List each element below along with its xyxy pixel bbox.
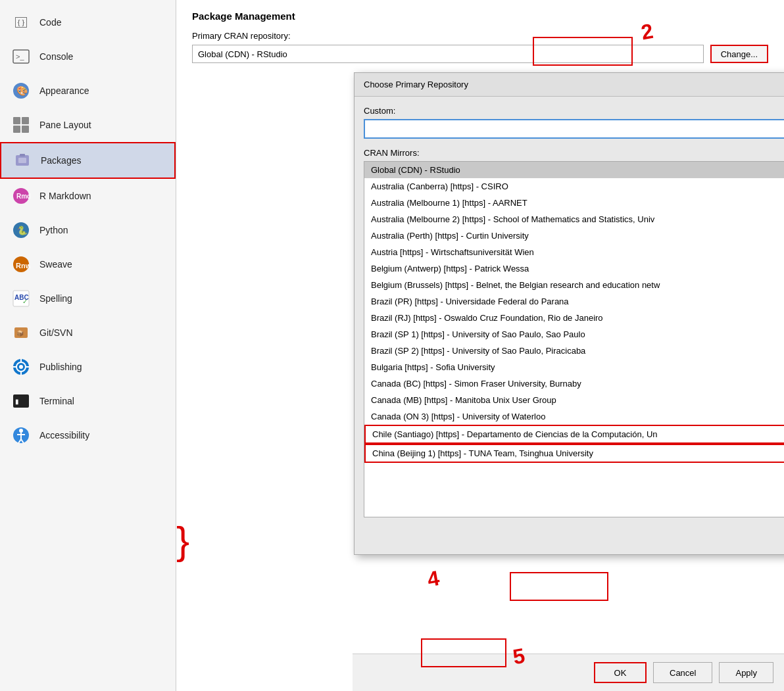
- repo-input-row: Change...: [192, 45, 768, 63]
- sidebar-item-publishing[interactable]: Publishing: [0, 350, 176, 384]
- svg-rect-5: [22, 117, 29, 124]
- svg-text:Rmd: Rmd: [16, 193, 30, 200]
- sidebar: { } Code >_ Console 🎨 Appearance: [0, 0, 176, 691]
- sidebar-item-label: Terminal: [39, 396, 74, 406]
- spelling-icon: ABC ✓: [11, 288, 32, 309]
- mirror-item-be-brussels[interactable]: Belgium (Brussels) [https] - Belnet, the…: [364, 277, 784, 293]
- svg-text:>_: >_: [16, 53, 24, 60]
- mirror-item-ca-mb[interactable]: Canada (MB) [https] - Manitoba Unix User…: [364, 392, 784, 408]
- package-management-section: Package Management Primary CRAN reposito…: [176, 0, 784, 82]
- svg-point-32: [19, 429, 23, 433]
- sidebar-item-git-svn[interactable]: 📦 Git/SVN: [0, 316, 176, 350]
- console-icon: >_: [11, 46, 32, 67]
- sweave-icon: Rnw: [11, 254, 32, 275]
- svg-rect-6: [13, 126, 20, 133]
- svg-point-24: [19, 365, 23, 369]
- svg-text:📦: 📦: [16, 329, 24, 337]
- sidebar-item-accessibility[interactable]: Accessibility: [0, 418, 176, 452]
- sidebar-item-python[interactable]: 🐍 Python: [0, 213, 176, 247]
- mirror-item-global-cdn[interactable]: Global (CDN) - RStudio: [364, 162, 784, 178]
- custom-label: Custom:: [364, 106, 784, 116]
- sidebar-item-packages[interactable]: Packages: [0, 142, 176, 179]
- code-icon: { }: [11, 12, 32, 33]
- mirrors-list-container: Global (CDN) - RStudioAustralia (Canberr…: [364, 161, 784, 517]
- mirrors-list: Global (CDN) - RStudioAustralia (Canberr…: [364, 162, 784, 517]
- content-area: Package Management Primary CRAN reposito…: [176, 0, 784, 691]
- sidebar-item-label: Pane Layout: [39, 120, 91, 130]
- mirror-item-au-melbourne2[interactable]: Australia (Melbourne 2) [https] - School…: [364, 211, 784, 227]
- mirror-item-au-canberra[interactable]: Australia (Canberra) [https] - CSIRO: [364, 178, 784, 195]
- python-icon: 🐍: [11, 220, 32, 241]
- sidebar-item-label: Publishing: [39, 362, 82, 372]
- mirror-item-ca-on3[interactable]: Canada (ON 3) [https] - University of Wa…: [364, 408, 784, 425]
- git-icon: 📦: [11, 322, 32, 343]
- mirror-item-at[interactable]: Austria [https] - Wirtschaftsuniversität…: [364, 244, 784, 260]
- sidebar-item-label: Code: [39, 17, 61, 28]
- mirror-item-be-antwerp[interactable]: Belgium (Antwerp) [https] - Patrick Wess…: [364, 260, 784, 277]
- appearance-icon: 🎨: [11, 80, 32, 101]
- mirror-item-cl[interactable]: Chile (Santiago) [https] - Departamento …: [364, 425, 784, 444]
- sidebar-item-label: Spelling: [39, 293, 72, 304]
- sidebar-item-terminal[interactable]: ▮ Terminal: [0, 384, 176, 418]
- sidebar-item-label: Console: [39, 51, 73, 62]
- packages-icon: [12, 150, 33, 171]
- sidebar-item-label: Packages: [41, 155, 81, 166]
- svg-text:✓: ✓: [22, 298, 28, 305]
- sidebar-item-pane-layout[interactable]: Pane Layout: [0, 108, 176, 142]
- terminal-icon: ▮: [11, 391, 32, 412]
- change-button[interactable]: Change...: [710, 45, 768, 63]
- sidebar-item-spelling[interactable]: ABC ✓ Spelling: [0, 281, 176, 316]
- modal-body: Custom: CRAN Mirrors: Global (CDN) - RSt…: [355, 97, 784, 517]
- section-title: Package Management: [192, 11, 768, 22]
- svg-text:▮: ▮: [15, 398, 19, 405]
- rmarkdown-icon: Rmd: [11, 185, 32, 206]
- mirror-item-br-rj[interactable]: Brazil (RJ) [https] - Oswaldo Cruz Found…: [364, 310, 784, 326]
- svg-rect-10: [20, 154, 25, 156]
- svg-text:🎨: 🎨: [16, 85, 28, 97]
- sidebar-item-label: Sweave: [39, 259, 72, 270]
- mirror-item-br-sp1[interactable]: Brazil (SP 1) [https] - University of Sa…: [364, 326, 784, 343]
- cran-mirrors-label: CRAN Mirrors:: [364, 148, 784, 158]
- sidebar-item-label: Git/SVN: [39, 327, 73, 338]
- mirror-item-br-pr[interactable]: Brazil (PR) [https] - Universidade Feder…: [364, 293, 784, 310]
- mirror-item-au-melbourne1[interactable]: Australia (Melbourne 1) [https] - AARNET: [364, 195, 784, 211]
- mirror-item-cn-beijing1[interactable]: China (Beijing 1) [https] - TUNA Team, T…: [364, 444, 784, 463]
- svg-rect-4: [13, 117, 20, 124]
- repo-label: Primary CRAN repository:: [192, 31, 768, 41]
- mirror-item-br-sp2[interactable]: Brazil (SP 2) [https] - University of Sa…: [364, 343, 784, 359]
- sidebar-item-code[interactable]: { } Code: [0, 5, 176, 39]
- sidebar-item-label: Accessibility: [39, 430, 89, 441]
- outer-footer: OK Cancel Apply: [353, 654, 784, 691]
- modal-footer: OK Cancel: [355, 517, 784, 554]
- sidebar-item-label: Appearance: [39, 85, 89, 96]
- choose-repository-modal: Choose Primary Repository Custom: CRAN M…: [354, 72, 784, 555]
- svg-rect-7: [22, 126, 29, 133]
- svg-text:🐍: 🐍: [17, 225, 28, 236]
- sidebar-item-sweave[interactable]: Rnw Sweave: [0, 247, 176, 281]
- publishing-icon: [11, 356, 32, 377]
- outer-apply-button[interactable]: Apply: [719, 662, 773, 683]
- mirror-item-au-perth[interactable]: Australia (Perth) [https] - Curtin Unive…: [364, 227, 784, 244]
- sidebar-item-label: R Markdown: [39, 191, 91, 201]
- pane-layout-icon: [11, 114, 32, 135]
- sidebar-item-r-markdown[interactable]: Rmd R Markdown: [0, 179, 176, 213]
- sidebar-item-label: Python: [39, 225, 68, 235]
- accessibility-icon: [11, 425, 32, 446]
- modal-header: Choose Primary Repository: [355, 73, 784, 97]
- outer-ok-button[interactable]: OK: [594, 662, 647, 683]
- svg-text:Rnw: Rnw: [16, 262, 30, 270]
- outer-cancel-button[interactable]: Cancel: [653, 662, 712, 683]
- custom-input[interactable]: [364, 119, 784, 139]
- mirror-item-ca-bc[interactable]: Canada (BC) [https] - Simon Fraser Unive…: [364, 375, 784, 392]
- mirror-item-bg[interactable]: Bulgaria [https] - Sofia University: [364, 359, 784, 375]
- sidebar-item-appearance[interactable]: 🎨 Appearance: [0, 74, 176, 108]
- sidebar-item-console[interactable]: >_ Console: [0, 39, 176, 74]
- repo-input[interactable]: [192, 45, 704, 63]
- svg-rect-9: [18, 158, 26, 163]
